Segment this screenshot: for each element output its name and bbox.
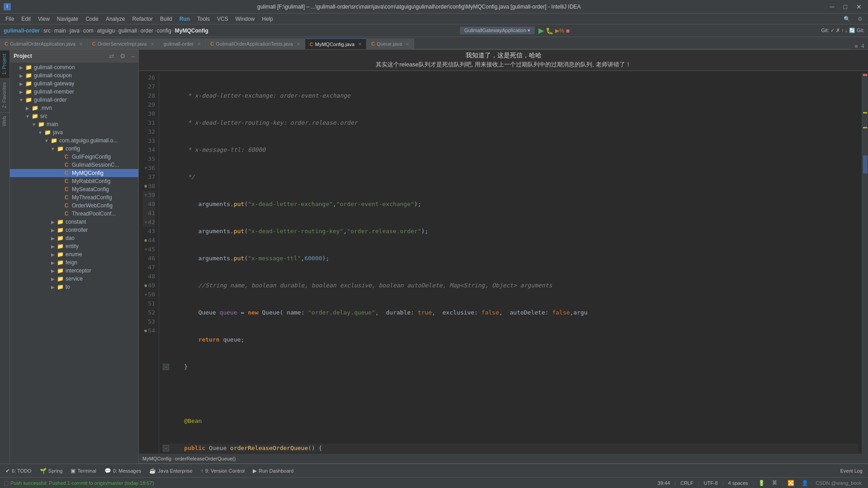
debug-btn[interactable]: 🐛 <box>546 27 553 34</box>
tree-item-interceptor[interactable]: ▶📁interceptor <box>10 267 138 275</box>
run-dashboard-label: Run Dashboard <box>259 468 293 474</box>
tree-item-gulimall-member[interactable]: ▶📁gulimall-member <box>10 88 138 96</box>
tree-item-my-rabbit-config[interactable]: CMyRabbitConfig <box>10 177 138 185</box>
editor-crumb-method[interactable]: orderReleaseOrderQueue() <box>175 456 236 461</box>
tree-item-java[interactable]: ▼📁java <box>10 128 138 136</box>
breadcrumb-main[interactable]: main <box>54 28 66 34</box>
messages-btn[interactable]: 💬 0: Messages <box>101 466 145 475</box>
tree-item-to[interactable]: ▶📁to <box>10 283 138 291</box>
spring-btn[interactable]: 🌱 Spring <box>36 466 66 475</box>
line-separator[interactable]: CRLF <box>678 480 696 486</box>
stop-btn[interactable]: ■ <box>566 27 570 34</box>
menubar: File Edit View Navigate Code Analyze Ref… <box>0 14 868 24</box>
run-with-coverage-btn[interactable]: ▶% <box>555 28 564 34</box>
tab-order-service-impl[interactable]: C OrderServiceImpl.java ✕ <box>88 38 159 49</box>
tab-gulimall-order-application[interactable]: C GulimallOrderApplication.java ✕ <box>0 38 88 49</box>
menu-view[interactable]: View <box>34 16 53 22</box>
editor-crumb-class[interactable]: MyMQConfig <box>142 456 171 461</box>
tree-item-gulimall-common[interactable]: ▶📁gulimall-common <box>10 63 138 71</box>
menu-code[interactable]: Code <box>82 16 102 22</box>
breadcrumb-order[interactable]: order <box>141 28 153 34</box>
tree-item-controller[interactable]: ▶📁controller <box>10 226 138 234</box>
code-line-27: * x-dead-letter-routing-key: order.relea… <box>163 118 858 127</box>
menu-tools[interactable]: Tools <box>193 16 213 22</box>
menu-build[interactable]: Build <box>156 16 176 22</box>
tree-item-constant[interactable]: ▶📁constant <box>10 218 138 226</box>
run-btn[interactable]: ▶ <box>538 26 544 35</box>
tree-item-service[interactable]: ▶📁service <box>10 275 138 283</box>
indent-info[interactable]: 4 spaces <box>726 480 751 486</box>
tree-item-config[interactable]: ▼📁config <box>10 145 138 153</box>
breadcrumb-src[interactable]: src <box>43 28 51 34</box>
menu-vcs[interactable]: VCS <box>213 16 232 22</box>
tab-gulimall-order-application-tests[interactable]: C GulimallOrderApplicationTests.java ✕ <box>206 38 305 49</box>
code-content[interactable]: * x-dead-letter-exchange: order-event-ex… <box>159 73 862 454</box>
project-minimize-btn[interactable]: – <box>131 52 135 60</box>
tree-item-gulimall-coupon[interactable]: ▶📁gulimall-coupon <box>10 71 138 80</box>
code-line-35: return queue; <box>163 335 858 344</box>
menu-window[interactable]: Window <box>232 16 259 22</box>
tree-item-gulimall-gateway[interactable]: ▶📁gulimall-gateway <box>10 80 138 88</box>
breadcrumb-project[interactable]: gulimall-order <box>4 28 40 34</box>
tree-item-my-mq-config[interactable]: CMyMQConfig <box>10 169 138 177</box>
tree-item-enume[interactable]: ▶📁enume <box>10 250 138 258</box>
tree-item-gulimall-session-config[interactable]: CGulimallSessionC... <box>10 161 138 169</box>
tree-item-my-seata-config[interactable]: CMySeataConfig <box>10 185 138 193</box>
tab-gulimall-order[interactable]: gulimall-order ✕ <box>159 38 206 49</box>
java-enterprise-btn[interactable]: ☕ Java Enterprise <box>146 466 196 475</box>
menu-refactor[interactable]: Refactor <box>129 16 156 22</box>
messages-label: 0: Messages <box>113 468 141 474</box>
tree-item-my-thread-config[interactable]: CMyThreadConfig <box>10 193 138 202</box>
terminal-btn[interactable]: ▣ Terminal <box>67 466 100 475</box>
breadcrumb-java[interactable]: java <box>70 28 80 34</box>
breadcrumb-com[interactable]: com <box>83 28 94 34</box>
search-everywhere-btn[interactable]: 🔍 <box>840 16 854 22</box>
menu-analyze[interactable]: Analyze <box>102 16 129 22</box>
menu-navigate[interactable]: Navigate <box>53 16 82 22</box>
version-control-btn[interactable]: ↑ 9: Version Control <box>197 466 248 475</box>
project-gear-btn[interactable]: ⚙ <box>120 52 126 60</box>
cursor-position[interactable]: 39:44 <box>655 480 673 486</box>
web-tab[interactable]: Web <box>0 112 9 130</box>
tree-item-guli-feign-config[interactable]: CGuliFeignConfig <box>10 153 138 161</box>
run-config-dropdown[interactable]: GulimallGatewayApplication ▾ <box>460 27 535 34</box>
tab-my-mq-config[interactable]: C MyMQConfig.java ✕ <box>305 38 367 49</box>
breadcrumb-atguigu[interactable]: atguigu <box>97 28 115 34</box>
vertical-tabs-left: 1: Project 2: Favorites Web <box>0 50 10 464</box>
breadcrumb-config[interactable]: config <box>157 28 171 34</box>
git-icon: 🔀 <box>785 480 797 486</box>
tree-item-mvn[interactable]: ▶📁.mvn <box>10 104 138 112</box>
breadcrumb-current[interactable]: MyMQConfig <box>175 28 208 34</box>
todo-btn[interactable]: ✔ 6: TODO <box>2 466 35 475</box>
code-line-32: arguments.put("x-message-ttl",60000); <box>163 254 858 263</box>
code-container[interactable]: 26 27 28 29 30 31 32 33 34 35 ▼36 37 ●38… <box>139 73 868 454</box>
menu-run[interactable]: Run <box>176 16 193 22</box>
minimize-button[interactable]: ─ <box>827 3 837 10</box>
menu-file[interactable]: File <box>2 16 18 22</box>
tree-item-dao[interactable]: ▶📁dao <box>10 234 138 242</box>
menu-edit[interactable]: Edit <box>18 16 34 22</box>
tree-item-main[interactable]: ▼📁main <box>10 120 138 128</box>
code-line-39: – public Queue orderReleaseOrderQueue() … <box>163 444 858 453</box>
tree-item-order-web-config[interactable]: COrderWebConfig <box>10 202 138 210</box>
menu-help[interactable]: Help <box>258 16 277 22</box>
terminal-label: Terminal <box>77 468 96 474</box>
tree-item-entity[interactable]: ▶📁entity <box>10 242 138 250</box>
favorites-tab[interactable]: 2: Favorites <box>0 78 9 112</box>
tab-queue[interactable]: C Queue.java ✕ <box>367 38 414 49</box>
split-editor-btn[interactable]: ≡ 4 <box>851 43 868 49</box>
run-dashboard-btn[interactable]: ▶ Run Dashboard <box>249 466 297 475</box>
tree-item-package[interactable]: ▼📁com.atguigu.gulimall.o... <box>10 136 138 145</box>
close-button[interactable]: ✕ <box>854 3 864 10</box>
tree-item-thread-pool-conf[interactable]: CThreadPoolConf... <box>10 210 138 218</box>
encoding[interactable]: UTF-8 <box>701 480 721 486</box>
tree-item-feign[interactable]: ▶📁feign <box>10 258 138 267</box>
event-log-btn[interactable]: Event Log <box>836 467 866 475</box>
breadcrumb-gulimall[interactable]: gulimall <box>118 28 137 34</box>
tree-item-src[interactable]: ▼📁src <box>10 112 138 120</box>
maximize-button[interactable]: □ <box>841 3 850 10</box>
project-sync-btn[interactable]: ⇄ <box>109 52 114 60</box>
tree-item-gulimall-order[interactable]: ▼📁gulimall-order <box>10 96 138 104</box>
project-panel-tab[interactable]: 1: Project <box>0 50 9 78</box>
ide-settings-btn[interactable]: ⚙ <box>854 16 866 22</box>
